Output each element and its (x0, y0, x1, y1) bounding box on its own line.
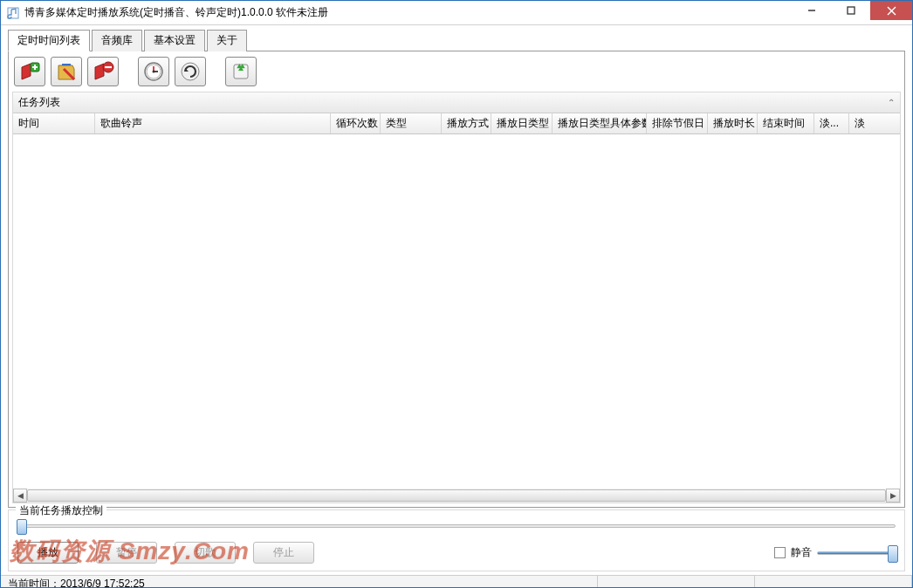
titlebar: 博青多媒体定时播放系统(定时播音、铃声定时)1.0.0.0 软件未注册 (1, 1, 912, 25)
stop-button[interactable]: 停止 (253, 542, 314, 564)
tab-audio-library[interactable]: 音频库 (92, 30, 142, 51)
volume-fill (818, 552, 895, 554)
col-loop[interactable]: 循环次数 (331, 113, 381, 133)
window-title: 博青多媒体定时播放系统(定时播音、铃声定时)1.0.0.0 软件未注册 (24, 5, 792, 20)
col-type[interactable]: 类型 (381, 113, 442, 133)
col-fade-a[interactable]: 淡... (814, 113, 849, 133)
svg-point-14 (153, 71, 155, 73)
volume-thumb[interactable] (888, 545, 898, 563)
collapse-chevron-icon: ⌃ (888, 98, 895, 107)
maximize-button[interactable] (831, 1, 870, 20)
play-button[interactable]: 播放 (17, 542, 79, 564)
minimize-button[interactable] (792, 1, 831, 20)
scroll-right-icon[interactable]: ▶ (886, 489, 900, 503)
tab-about[interactable]: 关于 (207, 30, 247, 51)
clock-icon (142, 60, 165, 83)
grid-header-row: 时间 歌曲铃声 循环次数 类型 播放方式 播放日类型 播放日类型具体参数 排除节… (13, 113, 900, 134)
mute-label: 静音 (791, 545, 812, 560)
tab-content: 任务列表 ⌃ 时间 歌曲铃声 循环次数 类型 播放方式 播放日类型 播放日类型具… (8, 51, 905, 508)
delete-icon (92, 60, 114, 83)
status-cell-2 (598, 576, 755, 588)
edit-button[interactable] (51, 57, 82, 86)
col-song[interactable]: 歌曲铃声 (95, 113, 331, 133)
pause-button[interactable]: 暂停 (96, 542, 157, 564)
playback-control-group: 当前任务播放控制 播放 暂停 切歌 停止 静音 (8, 509, 905, 571)
scroll-track[interactable] (27, 489, 886, 503)
status-bar: 当前时间：2013/6/9 17:52:25 (1, 575, 912, 588)
col-exclude-holiday[interactable]: 排除节假日 (647, 113, 708, 133)
task-list-panel: 任务列表 ⌃ 时间 歌曲铃声 循环次数 类型 播放方式 播放日类型 播放日类型具… (12, 92, 901, 503)
horizontal-scrollbar[interactable]: ◀ ▶ (13, 489, 900, 503)
seek-row (17, 517, 896, 535)
col-day-type[interactable]: 播放日类型 (491, 113, 553, 133)
col-time[interactable]: 时间 (13, 113, 95, 133)
task-list-title: 任务列表 (18, 95, 60, 110)
recycle-button[interactable] (225, 57, 257, 86)
recycle-icon (230, 60, 252, 83)
close-button[interactable] (870, 1, 912, 20)
mute-volume-area: 静音 (774, 545, 896, 560)
tab-strip: 定时时间列表 音频库 基本设置 关于 (1, 25, 912, 51)
col-fade-b[interactable]: 淡 (849, 113, 870, 133)
seek-slider[interactable] (17, 524, 896, 528)
refresh-button[interactable] (175, 57, 206, 86)
tab-schedule-list[interactable]: 定时时间列表 (8, 30, 90, 51)
status-cell-3 (755, 576, 912, 588)
edit-icon (55, 60, 78, 83)
col-day-params[interactable]: 播放日类型具体参数 (553, 113, 647, 133)
mute-checkbox[interactable] (774, 547, 786, 558)
col-duration[interactable]: 播放时长 (708, 113, 758, 133)
col-end-time[interactable]: 结束时间 (758, 113, 814, 133)
status-time: 当前时间：2013/6/9 17:52:25 (1, 576, 598, 588)
tab-basic-settings[interactable]: 基本设置 (144, 30, 205, 51)
task-list-header[interactable]: 任务列表 ⌃ (13, 92, 900, 113)
scroll-left-icon[interactable]: ◀ (13, 489, 27, 503)
delete-button[interactable] (87, 57, 119, 86)
grid-body[interactable] (13, 134, 900, 489)
window-controls (792, 1, 912, 24)
seek-thumb[interactable] (17, 519, 27, 535)
next-button[interactable]: 切歌 (175, 542, 236, 564)
app-icon (6, 6, 20, 20)
task-grid: 时间 歌曲铃声 循环次数 类型 播放方式 播放日类型 播放日类型具体参数 排除节… (13, 113, 900, 503)
add-button[interactable] (14, 57, 45, 86)
col-play-mode[interactable]: 播放方式 (442, 113, 491, 133)
volume-slider[interactable] (817, 551, 896, 555)
toolbar (12, 55, 901, 92)
add-icon (18, 60, 41, 83)
scroll-thumb[interactable] (27, 489, 886, 502)
playback-buttons: 播放 暂停 切歌 停止 静音 (17, 542, 896, 564)
schedule-button[interactable] (138, 57, 169, 86)
refresh-icon (179, 60, 202, 83)
svg-rect-2 (848, 7, 855, 14)
playback-legend: 当前任务播放控制 (16, 503, 106, 518)
